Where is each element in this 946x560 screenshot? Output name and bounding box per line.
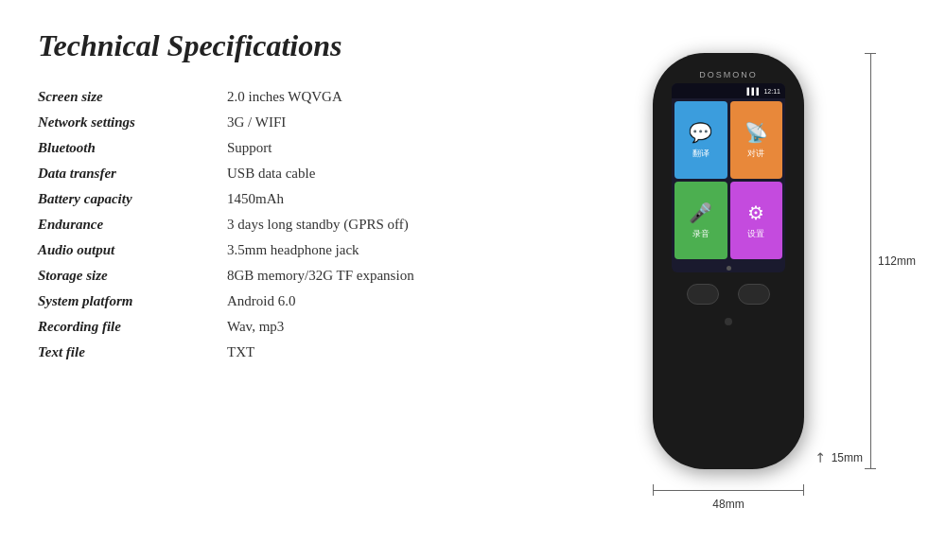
spec-value: TXT: [227, 340, 587, 365]
spec-label: Recording file: [38, 314, 227, 340]
bottom-dot: [725, 318, 732, 325]
spec-value: Support: [227, 135, 587, 161]
spec-value: 2.0 inches WQVGA: [227, 84, 587, 110]
spec-label: Text file: [38, 340, 227, 365]
spec-table: Screen size2.0 inches WQVGANetwork setti…: [38, 84, 587, 365]
spec-label: Data transfer: [38, 161, 227, 186]
spec-row: Battery capacity1450mAh: [38, 186, 587, 212]
spec-row: Screen size2.0 inches WQVGA: [38, 84, 587, 110]
walkie-app: 📡 对讲: [730, 101, 783, 179]
translate-label: 翻译: [692, 148, 710, 160]
specs-section: Technical Specifications Screen size2.0 …: [38, 28, 605, 532]
spec-label: Screen size: [38, 84, 227, 110]
spec-value: USB data cable: [227, 161, 587, 186]
spec-label: Storage size: [38, 263, 227, 289]
spec-value: 3.5mm headphone jack: [227, 237, 587, 263]
spec-label: System platform: [38, 289, 227, 314]
record-app: 🎤 录音: [674, 182, 727, 259]
phone-brand: DOSMONO: [699, 70, 758, 79]
spec-value: 8GB memory/32G TF expansion: [227, 263, 587, 289]
translate-app: 💬 翻译: [674, 101, 727, 179]
translate-icon: 💬: [689, 121, 712, 144]
device-section: DOSMONO ▌▌▌ 12:11 💬 翻译 📡: [605, 28, 908, 532]
left-button: [687, 284, 719, 305]
app-grid: 💬 翻译 📡 对讲 🎤 录音 ⚙ 设置: [672, 98, 785, 262]
spec-row: Text fileTXT: [38, 340, 587, 365]
settings-label: 设置: [747, 228, 764, 240]
settings-icon: ⚙: [747, 201, 764, 224]
spec-value: Android 6.0: [227, 289, 587, 314]
phone-screen: ▌▌▌ 12:11 💬 翻译 📡 对讲: [672, 83, 785, 272]
status-bar: ▌▌▌ 12:11: [672, 83, 785, 98]
page-title: Technical Specifications: [38, 28, 587, 63]
walkie-label: 对讲: [747, 148, 764, 160]
record-label: 录音: [692, 228, 710, 240]
thickness-dimension: ↗ 15mm: [815, 449, 863, 464]
screen-dot-indicator: [672, 266, 785, 271]
page-container: Technical Specifications Screen size2.0 …: [0, 0, 946, 560]
spec-row: Recording fileWav, mp3: [38, 314, 587, 340]
spec-label: Bluetooth: [38, 135, 227, 161]
width-label: 48mm: [712, 498, 744, 511]
spec-row: Endurance3 days long standby (GPRS off): [38, 212, 587, 237]
spec-label: Audio output: [38, 237, 227, 263]
walkie-icon: 📡: [745, 121, 768, 144]
thickness-label: 15mm: [832, 451, 863, 464]
clock-display: 12:11: [763, 88, 780, 95]
spec-row: System platformAndroid 6.0: [38, 289, 587, 314]
settings-app: ⚙ 设置: [730, 182, 783, 259]
spec-row: BluetoothSupport: [38, 135, 587, 161]
phone-device: DOSMONO ▌▌▌ 12:11 💬 翻译 📡: [653, 53, 804, 469]
height-dimension: 112mm: [865, 53, 878, 469]
spec-row: Audio output3.5mm headphone jack: [38, 237, 587, 263]
signal-indicator: ▌▌▌: [747, 88, 762, 95]
spec-row: Storage size8GB memory/32G TF expansion: [38, 263, 587, 289]
spec-label: Battery capacity: [38, 186, 227, 212]
width-dimension: 48mm: [653, 484, 804, 498]
phone-buttons: [687, 284, 770, 305]
record-icon: 🎤: [689, 201, 712, 224]
spec-value: Wav, mp3: [227, 314, 587, 340]
height-label: 112mm: [878, 254, 916, 268]
spec-row: Data transferUSB data cable: [38, 161, 587, 186]
spec-value: 3G / WIFI: [227, 110, 587, 135]
spec-value: 3 days long standby (GPRS off): [227, 212, 587, 237]
spec-label: Endurance: [38, 212, 227, 237]
right-button: [738, 284, 770, 305]
spec-row: Network settings3G / WIFI: [38, 110, 587, 135]
spec-label: Network settings: [38, 110, 227, 135]
page-dot: [727, 266, 731, 271]
dimension-container: DOSMONO ▌▌▌ 12:11 💬 翻译 📡: [624, 44, 889, 516]
spec-value: 1450mAh: [227, 186, 587, 212]
